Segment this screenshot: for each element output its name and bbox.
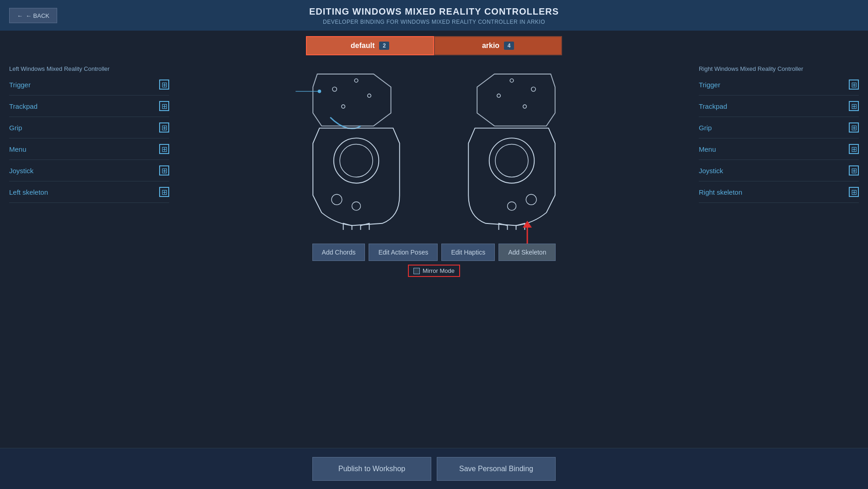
- right-panel-title: Right Windows Mixed Reality Controller: [699, 65, 859, 72]
- right-grip-row[interactable]: Grip ⊞: [699, 117, 859, 138]
- left-joystick-row[interactable]: Joystick ⊞: [9, 160, 169, 181]
- svg-point-6: [332, 194, 342, 205]
- right-trigger-add-icon[interactable]: ⊞: [849, 80, 859, 90]
- page-subtitle: DEVELOPER BINDING FOR WINDOWS MIXED REAL…: [9, 19, 859, 25]
- left-menu-add-icon[interactable]: ⊞: [159, 144, 169, 154]
- left-skeleton-row[interactable]: Left skeleton ⊞: [9, 181, 169, 203]
- page-title: EDITING WINDOWS MIXED REALITY CONTROLLER…: [9, 6, 859, 17]
- right-joystick-row[interactable]: Joystick ⊞: [699, 160, 859, 181]
- left-skeleton-add-icon[interactable]: ⊞: [159, 187, 169, 197]
- left-trigger-add-icon[interactable]: ⊞: [159, 80, 169, 90]
- svg-point-17: [508, 202, 516, 210]
- back-label: ← BACK: [26, 12, 49, 19]
- mirror-mode-container[interactable]: Mirror Mode: [408, 265, 460, 277]
- mirror-mode-label: Mirror Mode: [423, 267, 455, 274]
- left-skeleton-label: Left skeleton: [9, 188, 48, 196]
- left-trigger-row[interactable]: Trigger ⊞: [9, 74, 169, 96]
- controllers-wrapper: [292, 65, 576, 230]
- left-grip-label: Grip: [9, 124, 22, 132]
- right-joystick-label: Joystick: [699, 167, 723, 175]
- left-joystick-label: Joystick: [9, 167, 33, 175]
- svg-point-4: [334, 138, 379, 183]
- right-panel: Right Windows Mixed Reality Controller T…: [690, 61, 868, 436]
- action-buttons: Add Chords Edit Action Poses Edit Haptic…: [312, 244, 556, 277]
- header: ← ← BACK EDITING WINDOWS MIXED REALITY C…: [0, 0, 868, 31]
- left-menu-row[interactable]: Menu ⊞: [9, 138, 169, 160]
- svg-point-1: [354, 79, 358, 82]
- tab-arkio-label: arkio: [482, 42, 499, 50]
- svg-point-0: [332, 87, 337, 91]
- add-chords-button[interactable]: Add Chords: [312, 244, 365, 261]
- left-panel-title: Left Windows Mixed Reality Controller: [9, 65, 169, 72]
- tab-default-label: default: [351, 42, 375, 50]
- left-trackpad-add-icon[interactable]: ⊞: [159, 101, 169, 111]
- left-grip-row[interactable]: Grip ⊞: [9, 117, 169, 138]
- action-buttons-row: Add Chords Edit Action Poses Edit Haptic…: [312, 244, 556, 261]
- svg-point-16: [526, 194, 536, 205]
- right-skeleton-label: Right skeleton: [699, 188, 742, 196]
- right-menu-row[interactable]: Menu ⊞: [699, 138, 859, 160]
- save-personal-binding-button[interactable]: Save Personal Binding: [437, 457, 556, 481]
- tab-default[interactable]: default 2: [306, 36, 434, 55]
- publish-workshop-button[interactable]: Publish to Workshop: [312, 457, 431, 481]
- left-menu-label: Menu: [9, 145, 27, 153]
- left-trackpad-row[interactable]: Trackpad ⊞: [9, 96, 169, 117]
- right-skeleton-row[interactable]: Right skeleton ⊞: [699, 181, 859, 203]
- tabs-container: default 2 arkio 4: [0, 31, 868, 61]
- svg-point-13: [523, 105, 527, 108]
- svg-point-9: [318, 90, 321, 93]
- svg-point-11: [510, 79, 514, 82]
- right-trigger-label: Trigger: [699, 81, 720, 89]
- left-trigger-label: Trigger: [9, 81, 31, 89]
- right-trackpad-row[interactable]: Trackpad ⊞: [699, 96, 859, 117]
- left-panel: Left Windows Mixed Reality Controller Tr…: [0, 61, 178, 436]
- red-arrow-indicator: [520, 221, 534, 244]
- svg-point-5: [340, 144, 373, 177]
- back-arrow-icon: ←: [17, 12, 23, 19]
- left-controller-svg: [292, 65, 420, 230]
- right-trackpad-label: Trackpad: [699, 102, 727, 110]
- left-grip-add-icon[interactable]: ⊞: [159, 122, 169, 133]
- svg-point-14: [489, 138, 535, 183]
- bottom-bar: Publish to Workshop Save Personal Bindin…: [0, 448, 868, 489]
- tab-arkio-badge: 4: [504, 42, 514, 50]
- center-area: Add Chords Edit Action Poses Edit Haptic…: [178, 61, 690, 436]
- right-menu-label: Menu: [699, 145, 716, 153]
- right-controller-svg: [448, 65, 576, 230]
- right-trigger-row[interactable]: Trigger ⊞: [699, 74, 859, 96]
- svg-point-3: [342, 105, 345, 108]
- right-menu-add-icon[interactable]: ⊞: [849, 144, 859, 154]
- edit-haptics-button[interactable]: Edit Haptics: [441, 244, 495, 261]
- right-grip-label: Grip: [699, 124, 712, 132]
- svg-marker-19: [523, 221, 532, 228]
- right-trackpad-add-icon[interactable]: ⊞: [849, 101, 859, 111]
- main-content: Left Windows Mixed Reality Controller Tr…: [0, 61, 868, 436]
- svg-point-10: [531, 87, 536, 91]
- tab-default-badge: 2: [379, 42, 389, 50]
- add-skeleton-button[interactable]: Add Skeleton: [498, 244, 556, 261]
- right-skeleton-add-icon[interactable]: ⊞: [849, 187, 859, 197]
- tab-arkio[interactable]: arkio 4: [434, 36, 562, 55]
- edit-action-poses-button[interactable]: Edit Action Poses: [369, 244, 438, 261]
- add-skeleton-wrapper: Add Skeleton: [498, 244, 556, 261]
- left-joystick-add-icon[interactable]: ⊞: [159, 165, 169, 175]
- right-joystick-add-icon[interactable]: ⊞: [849, 165, 859, 175]
- left-trackpad-label: Trackpad: [9, 102, 38, 110]
- back-button[interactable]: ← ← BACK: [9, 8, 57, 23]
- svg-point-2: [368, 94, 371, 98]
- svg-point-15: [495, 144, 528, 177]
- svg-point-7: [352, 202, 361, 210]
- svg-point-12: [497, 94, 501, 98]
- mirror-mode-checkbox[interactable]: [413, 268, 420, 274]
- right-grip-add-icon[interactable]: ⊞: [849, 122, 859, 133]
